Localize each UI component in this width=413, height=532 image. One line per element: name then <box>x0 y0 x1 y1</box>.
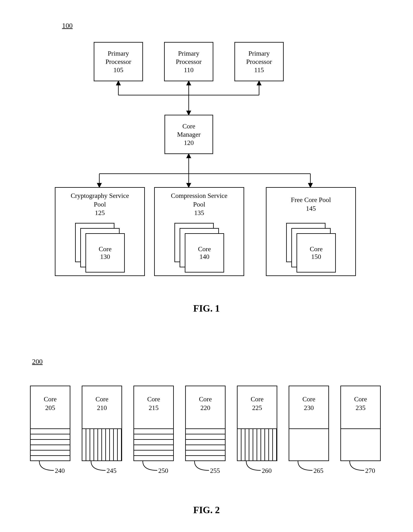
core-215: Core 215 <box>133 386 174 461</box>
core-manager: Core Manager 120 <box>165 115 213 154</box>
core2-label: Core <box>31 395 70 404</box>
callout-270: 270 <box>365 467 375 475</box>
core-memory-250 <box>134 428 173 460</box>
pool-compression: Compression Service Pool 135 Core 140 <box>154 187 244 276</box>
core-num: 140 <box>199 253 209 261</box>
core-num: 150 <box>311 253 321 261</box>
core-225: Core 225 <box>237 386 277 461</box>
core2-label: Core <box>134 395 173 404</box>
page: 100 Primary Processor 105 Primary Proces… <box>0 0 413 532</box>
pool-title-text: Compression Service Pool <box>155 191 244 209</box>
core2-label: Core <box>289 395 328 404</box>
processor-label: Primary Processor <box>246 49 272 66</box>
core-220: Core 220 <box>185 386 226 461</box>
core2-label: Core <box>237 395 277 404</box>
core-label: Core <box>310 245 323 253</box>
core2-num: 210 <box>82 404 121 412</box>
primary-processor-115: Primary Processor 115 <box>235 42 284 81</box>
callout-240: 240 <box>55 467 65 475</box>
fig2-ref-label: 200 <box>32 358 43 366</box>
core-205: Core 205 <box>30 386 70 461</box>
primary-processor-110: Primary Processor 110 <box>164 42 213 81</box>
primary-processor-105: Primary Processor 105 <box>94 42 143 81</box>
core2-label: Core <box>341 395 380 404</box>
pool-crypto: Cryptography Service Pool 125 Core 130 <box>55 187 145 276</box>
core2-num: 235 <box>341 404 380 412</box>
processor-label: Primary Processor <box>176 49 202 66</box>
core-label: Core <box>99 245 111 253</box>
processor-label: Primary Processor <box>106 49 131 66</box>
callout-250: 250 <box>158 467 168 475</box>
pool-num: 125 <box>55 209 144 217</box>
core-memory-265 <box>289 428 328 460</box>
fig1-caption: FIG. 1 <box>0 303 413 314</box>
core-num: 130 <box>100 253 110 261</box>
core-memory-245 <box>82 428 121 460</box>
core-230: Core 230 <box>289 386 329 461</box>
core-memory-260 <box>237 428 277 460</box>
core-memory-240 <box>31 428 70 460</box>
pool-free: Free Core Pool 145 Core 150 <box>266 187 356 276</box>
core2-num: 220 <box>186 404 225 412</box>
callout-255: 255 <box>210 467 220 475</box>
core-label: Core <box>198 245 211 253</box>
pool-num: 145 <box>266 204 355 213</box>
pool-title-text: Free Core Pool <box>266 196 355 204</box>
core-memory-270 <box>341 428 380 460</box>
core2-label: Core <box>186 395 225 404</box>
core2-num: 215 <box>134 404 173 412</box>
pool-num: 135 <box>155 209 244 217</box>
core2-num: 205 <box>31 404 70 412</box>
pool-title-text: Cryptography Service Pool <box>55 191 144 209</box>
core-210: Core 210 <box>82 386 122 461</box>
core2-num: 230 <box>289 404 328 412</box>
core2-label: Core <box>82 395 121 404</box>
fig1-ref-label: 100 <box>62 22 73 29</box>
processor-num: 115 <box>254 66 264 74</box>
fig2-caption: FIG. 2 <box>0 504 413 515</box>
core-235: Core 235 <box>340 386 381 461</box>
core-manager-num: 120 <box>184 139 194 147</box>
core-memory-255 <box>186 428 225 460</box>
core-manager-label: Core Manager <box>177 122 201 139</box>
callout-265: 265 <box>314 467 324 475</box>
callout-245: 245 <box>107 467 117 475</box>
core2-num: 225 <box>237 404 277 412</box>
callout-260: 260 <box>262 467 272 475</box>
processor-num: 105 <box>113 66 123 74</box>
processor-num: 110 <box>184 66 194 74</box>
